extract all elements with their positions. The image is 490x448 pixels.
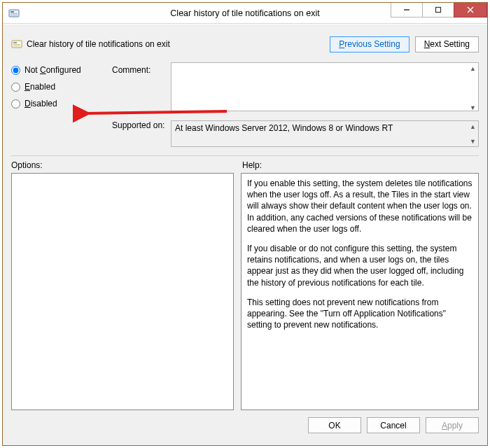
- next-setting-button[interactable]: Next Setting: [415, 36, 479, 52]
- ok-button[interactable]: OK: [308, 417, 361, 433]
- radio-disabled-input[interactable]: [11, 99, 20, 108]
- radio-not-configured-input[interactable]: [11, 66, 20, 75]
- comment-textarea[interactable]: [171, 62, 479, 111]
- cancel-button[interactable]: Cancel: [367, 417, 420, 433]
- help-pane: If you enable this setting, the system d…: [241, 173, 479, 410]
- minimize-button[interactable]: [391, 3, 423, 18]
- state-radio-group: Not Configured Enabled Disabled: [11, 62, 109, 147]
- help-paragraph: If you disable or do not configure this …: [247, 243, 472, 288]
- svg-rect-9: [13, 42, 17, 43]
- options-label: Options:: [11, 160, 234, 170]
- radio-enabled[interactable]: Enabled: [11, 82, 109, 92]
- supported-on-label: Supported on:: [112, 120, 168, 147]
- radio-enabled-input[interactable]: [11, 83, 20, 92]
- dialog-button-row: OK Cancel Apply: [11, 410, 479, 437]
- policy-icon: [11, 38, 22, 50]
- separator: [11, 155, 479, 156]
- previous-setting-button[interactable]: Previous Setting: [330, 36, 409, 52]
- svg-rect-1: [10, 11, 14, 13]
- svg-rect-10: [13, 44, 20, 45]
- client-area: Clear history of tile notifications on e…: [3, 24, 487, 445]
- supported-on-text: At least Windows Server 2012, Windows 8 …: [171, 120, 479, 147]
- comment-label: Comment:: [112, 62, 168, 113]
- help-paragraph: This setting does not prevent new notifi…: [247, 297, 472, 331]
- help-label: Help:: [242, 160, 262, 170]
- system-icon: [8, 8, 20, 19]
- options-pane: [11, 173, 234, 410]
- close-button[interactable]: [454, 3, 487, 18]
- svg-rect-5: [436, 8, 441, 13]
- help-paragraph: If you enable this setting, the system d…: [247, 178, 472, 234]
- title-bar[interactable]: Clear history of tile notifications on e…: [3, 3, 487, 24]
- dialog-window: Clear history of tile notifications on e…: [2, 2, 488, 446]
- apply-button: Apply: [426, 417, 479, 433]
- svg-rect-3: [10, 15, 18, 15]
- svg-rect-2: [10, 13, 18, 14]
- radio-disabled[interactable]: Disabled: [11, 99, 109, 108]
- policy-title: Clear history of tile notifications on e…: [27, 39, 170, 49]
- radio-not-configured[interactable]: Not Configured: [11, 65, 109, 75]
- svg-rect-11: [13, 46, 20, 46]
- maximize-button[interactable]: [422, 3, 454, 18]
